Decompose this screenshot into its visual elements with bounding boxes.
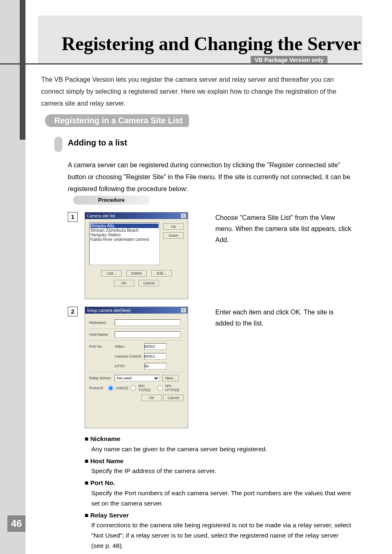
dialog-titlebar: Setup camera site(New) × [85, 307, 188, 314]
page-title: Registering and Changing the Server [62, 33, 361, 55]
subsection-title: Adding to a list [68, 138, 127, 148]
down-button[interactable]: Down [163, 232, 184, 239]
http-port-input[interactable] [144, 363, 166, 369]
section-heading: Registering in a Camera Site List [45, 114, 189, 127]
close-icon[interactable]: × [181, 213, 186, 218]
dialog-title-text: Setup camera site(New) [87, 308, 131, 313]
add-button[interactable]: Add... [101, 270, 122, 277]
cancel-button[interactable]: Cancel [138, 280, 159, 286]
left-dark-stripe [20, 0, 25, 140]
ok-button[interactable]: OK [114, 280, 134, 286]
list-item[interactable]: Harajuku Station [90, 233, 159, 237]
def-desc: Specify the Port numbers of each camera … [91, 488, 352, 509]
protocol-auto-label: Auto(1) [116, 386, 128, 390]
portno-label: Port No. [89, 344, 115, 349]
cancel-button[interactable]: Cancel [163, 395, 184, 401]
nickname-input[interactable] [115, 319, 180, 326]
def-term: Relay Server [85, 510, 352, 521]
def-term: Port No. [85, 478, 352, 488]
intro-paragraph: The VB Package Version lets you register… [41, 74, 353, 109]
def-desc: Specify the IP address of the camera ser… [91, 466, 352, 476]
def-desc: Any name can be given to the camera serv… [91, 444, 352, 455]
definitions-block: Nickname Any name can be given to the ca… [85, 434, 352, 553]
camcontrol-label: Camera Control: [115, 354, 144, 358]
dialog-titlebar: Camera site list × [85, 212, 188, 219]
step-number-1: 1 [68, 212, 78, 222]
setup-camera-site-dialog: Setup camera site(New) × Nickname: Host … [85, 307, 188, 428]
list-item[interactable]: Kakita River underwater camera [90, 237, 159, 242]
video-port-input[interactable] [144, 343, 166, 350]
step-1-text: Choose "Camera Site List" from the View … [215, 212, 353, 246]
list-item[interactable]: Shonan Zaimokuza Beach [90, 228, 159, 233]
step-2-text: Enter each item and click OK. The site i… [215, 307, 353, 329]
camcontrol-port-input[interactable] [144, 353, 166, 360]
protocol-wvhttp-radio[interactable] [157, 385, 163, 391]
page-number: 46 [7, 515, 25, 532]
relay-select[interactable]: Not used [115, 375, 160, 381]
dialog-title-text: Camera site list [87, 214, 115, 218]
camera-site-list-dialog: Camera site list × Shinjuku Alta Shonan … [85, 212, 188, 299]
protocol-wvtcp-label: WV-TCP(2) [138, 384, 155, 392]
procedure-label: Procedure [73, 196, 150, 205]
up-button[interactable]: Up [163, 223, 184, 230]
protocol-wvtcp-radio[interactable] [131, 385, 136, 391]
protocol-wvhttp-label: WV-HTTP(3) [165, 384, 184, 392]
close-icon[interactable]: × [181, 308, 186, 313]
protocol-auto-radio[interactable] [108, 385, 113, 391]
hostname-input[interactable] [115, 331, 180, 338]
ok-button[interactable]: OK [141, 395, 162, 401]
delete-button[interactable]: Delete [126, 270, 147, 277]
relay-label: Relay Server: [89, 376, 115, 380]
edit-button[interactable]: Edit... [151, 270, 172, 277]
new-relay-button[interactable]: New... [162, 375, 179, 381]
title-divider [0, 63, 362, 65]
hostname-label: Host Name: [89, 332, 115, 337]
protocol-label: Protocol: [89, 386, 106, 390]
site-listbox[interactable]: Shinjuku Alta Shonan Zaimokuza Beach Har… [89, 222, 160, 265]
subsection-bullet [54, 136, 62, 152]
def-term: Host Name [85, 456, 352, 466]
version-tag: VB Package Version only [251, 56, 327, 64]
subsection-desc: A camera server can be registered during… [68, 159, 355, 195]
def-term: Nickname [85, 434, 352, 444]
video-label: Video: [115, 344, 144, 349]
nickname-label: Nickname: [89, 321, 115, 325]
http-label: HTTP: [115, 364, 144, 368]
step-number-2: 2 [68, 307, 78, 316]
list-item[interactable]: Shinjuku Alta [90, 224, 159, 228]
def-desc: If connections to the camera site being … [91, 520, 352, 551]
